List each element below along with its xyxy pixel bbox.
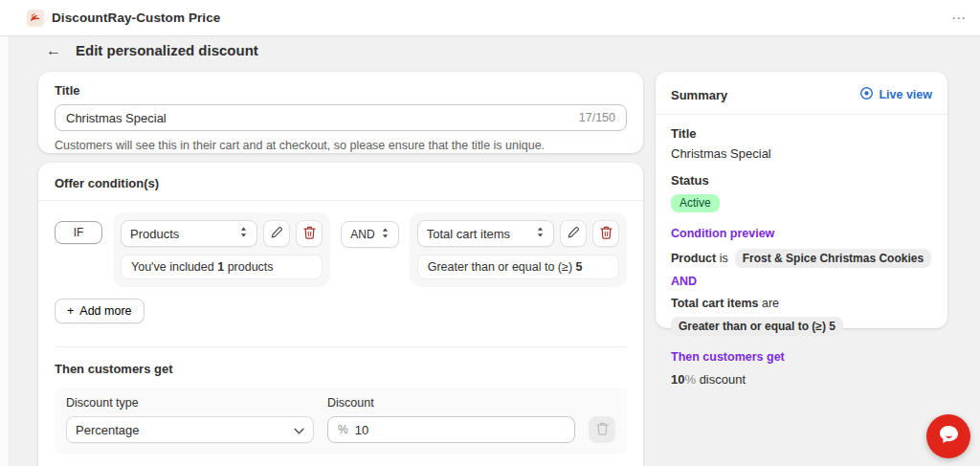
delete-condition-button[interactable]: [592, 220, 619, 247]
title-field-label: Title: [55, 83, 627, 98]
delete-discount-button-disabled: [589, 416, 615, 443]
cart-condition-line: Total cart items are Greater than or equ…: [671, 297, 932, 336]
offer-conditions-heading: Offer condition(s): [38, 176, 643, 201]
updown-caret-icon: [239, 226, 248, 241]
product-condition-line: Product is Frost & Spice Christmas Cooki…: [671, 249, 932, 288]
condition-summary-box: You've included 1 products: [121, 255, 323, 279]
discount-type-field: Discount type Percentage: [66, 396, 314, 443]
discount-type-label: Discount type: [66, 396, 314, 410]
section-divider: [55, 346, 627, 347]
summary-title-label: Title: [671, 126, 932, 141]
overflow-menu-icon[interactable]: ⋯: [951, 11, 967, 25]
summary-heading: Summary: [671, 88, 727, 102]
discount-type-value: Percentage: [76, 423, 140, 437]
app-logo-icon: [27, 10, 44, 27]
app-top-bar: DiscountRay-Custom Price ⋯: [0, 0, 980, 36]
live-view-link[interactable]: Live view: [859, 86, 932, 103]
then-customers-get-heading: Then customers get: [55, 362, 627, 376]
if-button[interactable]: IF: [55, 221, 102, 244]
left-edge-panel: [0, 36, 10, 466]
edit-condition-button[interactable]: [263, 220, 290, 247]
condition-select-value: Total cart items: [427, 227, 510, 241]
discount-value-field: Discount %: [327, 396, 575, 443]
delete-condition-button[interactable]: [296, 220, 323, 247]
add-more-button[interactable]: + Add more: [55, 299, 145, 323]
cart-condition-chip: Greater than or equal to (≥) 5: [671, 317, 843, 336]
title-helper-text: Customers will see this in their cart an…: [55, 139, 627, 152]
and-or-select[interactable]: AND: [341, 221, 398, 248]
title-input[interactable]: [66, 111, 571, 125]
add-more-label: Add more: [79, 304, 131, 318]
updown-caret-icon: [536, 226, 545, 241]
chevron-down-icon: [294, 423, 304, 437]
char-counter: 17/150: [579, 111, 615, 124]
trash-icon: [600, 226, 612, 242]
condition-preview-heading: Condition preview: [671, 227, 932, 240]
page-title: Edit personalized discount: [76, 42, 258, 58]
condition-select-value: Products: [130, 227, 179, 241]
offer-conditions-card: Offer condition(s) IF Products: [38, 163, 643, 466]
updown-caret-icon: [381, 227, 390, 242]
page-header: ← Edit personalized discount: [46, 42, 258, 58]
eye-icon: [859, 86, 874, 103]
back-arrow-icon[interactable]: ←: [46, 43, 61, 58]
pencil-icon: [567, 226, 580, 242]
edit-condition-button[interactable]: [560, 220, 587, 247]
condition-summary-box: Greater than or equal to (≥) 5: [417, 255, 619, 279]
pencil-icon: [270, 226, 283, 242]
discount-result-line: 10% discount: [671, 372, 932, 387]
discount-input[interactable]: [355, 423, 412, 437]
discount-input-wrap: %: [327, 416, 575, 443]
condition-group-products: Products You've included 1 p: [113, 212, 330, 287]
summary-card: Summary Live view Title Christmas Specia…: [656, 72, 947, 328]
condition-type-select-cart-items[interactable]: Total cart items: [417, 220, 554, 247]
condition-type-select-products[interactable]: Products: [121, 220, 257, 247]
plus-icon: +: [67, 304, 74, 318]
summary-header: Summary Live view: [656, 84, 947, 115]
live-view-label: Live view: [879, 88, 932, 101]
status-badge: Active: [671, 194, 720, 212]
product-chip: Frost & Spice Christmas Cookies: [735, 249, 931, 268]
condition-group-cart-items: Total cart items Greater tha: [410, 212, 627, 287]
discount-settings-band: Discount type Percentage Discount %: [55, 388, 627, 455]
summary-title-value: Christmas Special: [671, 146, 932, 161]
discount-label: Discount: [327, 396, 575, 410]
app-title: DiscountRay-Custom Price: [52, 11, 220, 25]
condition-row: IF Products: [55, 212, 627, 287]
title-input-wrap: 17/150: [55, 104, 627, 131]
percent-prefix: %: [338, 423, 348, 436]
and-select-value: AND: [350, 228, 374, 241]
chat-widget-button[interactable]: [926, 414, 970, 458]
and-conjunction: AND: [671, 275, 697, 288]
trash-icon: [596, 422, 609, 438]
summary-status-label: Status: [671, 173, 932, 188]
title-card: Title 17/150 Customers will see this in …: [38, 72, 643, 153]
trash-icon: [303, 226, 316, 242]
discount-type-select[interactable]: Percentage: [66, 416, 314, 443]
chat-bubble-icon: [936, 422, 962, 451]
then-customers-get-preview-heading: Then customers get: [671, 350, 932, 364]
